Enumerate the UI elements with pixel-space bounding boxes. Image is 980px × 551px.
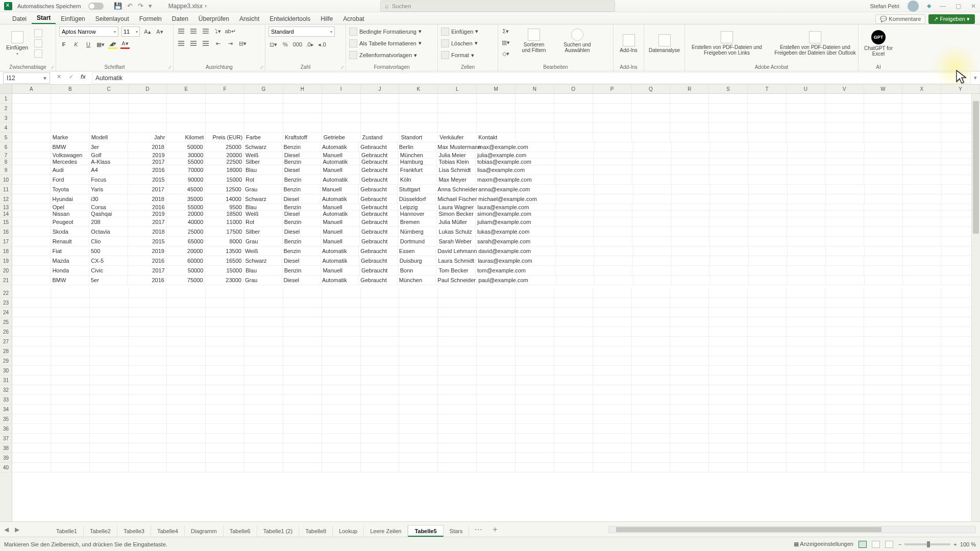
cell[interactable] [90,113,129,122]
cell[interactable] [748,159,787,165]
cell[interactable] [670,414,709,423]
cell[interactable] [244,308,283,317]
cell[interactable] [554,356,593,365]
cell[interactable]: 35000 [166,194,205,204]
cell[interactable] [516,327,554,336]
cell[interactable] [129,123,167,132]
cell[interactable] [709,414,748,423]
cell[interactable] [51,346,90,356]
column-header[interactable]: P [593,85,632,93]
cell[interactable]: 2016 [128,165,167,174]
cell[interactable]: 50000 [167,266,206,275]
cell[interactable] [787,443,825,453]
cell[interactable] [399,463,438,472]
cell[interactable] [51,298,90,307]
cell[interactable] [12,443,51,453]
comma-icon[interactable]: 000 [293,40,302,49]
cell[interactable]: Weiß [244,152,283,158]
cell[interactable] [787,175,826,184]
cell[interactable] [787,434,825,443]
cell[interactable]: Benzin [282,185,320,194]
cell[interactable] [672,142,710,152]
cell[interactable] [787,237,826,246]
table-row[interactable] [12,104,980,113]
cell[interactable] [361,123,400,132]
cell[interactable] [516,308,554,317]
cell[interactable] [709,366,748,375]
cell[interactable] [748,405,787,414]
cell[interactable]: Gebraucht [360,266,399,275]
cell[interactable] [788,276,826,285]
table-row[interactable]: MarkeModellJahrKilometPreis (EUR)FarbeKr… [12,133,980,142]
cell[interactable] [517,204,555,210]
cell[interactable] [671,204,710,210]
ribbon-tab-daten[interactable]: Daten [167,13,193,24]
cell[interactable] [477,453,516,462]
vertical-scrollbar[interactable] [971,94,980,521]
table-row[interactable] [12,366,980,375]
cell[interactable] [51,405,90,414]
cell[interactable] [787,424,825,433]
cell[interactable] [748,123,787,132]
autosave-toggle[interactable] [88,3,104,10]
cell[interactable]: 16500 [205,256,244,265]
cell[interactable] [633,256,672,265]
cell[interactable]: München [399,152,437,158]
cell[interactable]: Automatik [321,276,359,285]
cell[interactable] [593,463,632,472]
cell[interactable] [322,113,361,122]
cell[interactable] [167,104,206,113]
cell[interactable] [670,424,709,433]
cell[interactable] [670,104,709,113]
cell[interactable] [399,298,438,307]
cell[interactable] [748,94,787,103]
cell[interactable] [594,175,632,184]
ribbon-tab-ansicht[interactable]: Ansicht [234,13,264,24]
cell[interactable] [90,327,129,336]
cell[interactable] [788,246,826,256]
cell[interactable] [826,246,864,256]
cell[interactable] [825,308,864,317]
cell[interactable]: Automatik [321,142,359,152]
cell[interactable] [516,337,554,346]
cell[interactable] [826,194,864,204]
cell[interactable]: max@example.com [477,142,518,152]
cell[interactable]: 65000 [167,237,206,246]
cell[interactable] [477,405,516,414]
cell[interactable] [709,453,748,462]
cell[interactable]: 14000 [205,194,243,204]
cell[interactable] [748,211,787,217]
cell[interactable] [399,443,438,453]
cell[interactable]: Diesel [283,211,322,217]
cell[interactable] [399,104,438,113]
row-header[interactable]: 4 [0,123,12,133]
cell[interactable]: Benzin [283,159,322,165]
cell[interactable]: Automatik [321,256,360,265]
cell[interactable] [670,327,709,336]
cell[interactable]: simon@example.com [476,211,517,217]
cell[interactable] [361,424,400,433]
sheet-tab[interactable]: Tabelle3 [117,525,151,537]
cell[interactable] [361,94,400,103]
cell[interactable] [12,175,51,184]
zoom-slider[interactable] [904,543,950,545]
row-header[interactable]: 24 [0,308,12,317]
cell[interactable]: Benzin [282,204,321,210]
cell[interactable] [865,142,903,152]
cell[interactable] [594,256,633,265]
cell[interactable] [12,288,51,297]
cell[interactable] [206,434,244,443]
cell[interactable] [12,308,51,317]
cell[interactable] [748,298,787,307]
cell[interactable] [593,337,632,346]
cell[interactable] [749,185,787,194]
cell[interactable] [825,424,864,433]
cell[interactable] [516,414,554,423]
cell[interactable]: 15000 [205,266,244,275]
column-header[interactable]: J [361,85,400,93]
cell[interactable] [283,113,322,122]
cell[interactable]: 23000 [205,276,243,285]
row-header[interactable]: 34 [0,405,12,414]
cell[interactable] [12,256,51,265]
cell[interactable] [516,395,554,404]
